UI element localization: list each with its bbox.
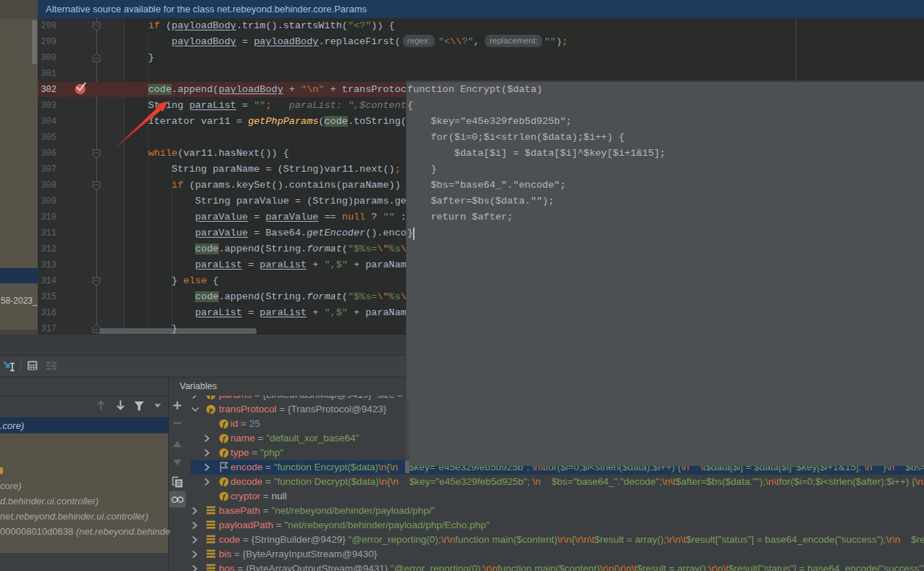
svg-text:p: p	[208, 406, 212, 414]
